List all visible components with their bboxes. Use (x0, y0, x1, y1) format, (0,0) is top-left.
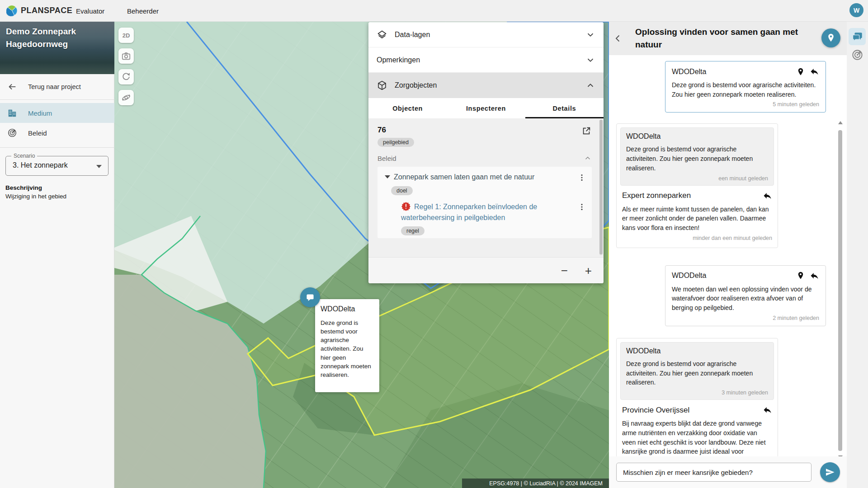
user-avatar[interactable]: W (849, 3, 863, 17)
divider (0, 99, 114, 100)
map-toolbar: 2D (118, 28, 134, 105)
zoom-in-button[interactable]: + (585, 265, 592, 277)
tab-inspecteren[interactable]: Inspecteren (447, 98, 525, 118)
message-list[interactable]: WDODelta Deze grond is bestemd voor agra… (609, 55, 847, 456)
comment-marker[interactable] (300, 287, 320, 307)
nav-evaluator[interactable]: Evaluator (76, 0, 104, 22)
rule-row[interactable]: Regel 1: Zonneparken beïnvloeden de wate… (401, 202, 587, 235)
goal-title: Zonnepark samen laten gaan met de natuur (394, 172, 576, 182)
rule-title: Regel 1: Zonneparken beïnvloeden de wate… (401, 203, 537, 221)
message-author: WDODelta (626, 132, 768, 141)
chat-message-card: WDODelta We moeten dan wel een oplossing… (665, 265, 826, 326)
scenario-label: Scenario (11, 153, 37, 159)
planspace-logo-icon (6, 5, 18, 16)
object-type-chip: peilgebied (377, 138, 414, 147)
panel-footer: − + (368, 257, 604, 283)
rotate-icon (121, 72, 131, 82)
rule-tag-chip: regel (401, 226, 425, 235)
open-in-new-button[interactable] (581, 126, 592, 136)
message-text: Als er meer ruimte komt tussen de panele… (622, 205, 772, 233)
location-pin-icon[interactable] (796, 271, 805, 280)
message-text: Bij navraag experts blijkt dat deze gron… (622, 419, 772, 456)
goals-tool-button[interactable] (851, 49, 863, 61)
location-pin-icon[interactable] (796, 67, 805, 76)
accordion-opmerkingen[interactable]: Opmerkingen (368, 47, 604, 73)
send-icon (825, 467, 835, 477)
reply-icon[interactable] (810, 67, 819, 76)
brand-logo: PLANSPACE (6, 5, 72, 16)
chat-message-input[interactable] (616, 463, 811, 482)
goal-row[interactable]: Zonnepark samen laten gaan met de natuur (384, 172, 587, 183)
accordion-zorgobjecten[interactable]: Zorgobjecten (368, 73, 604, 98)
discussion-header: Oplossing vinden voor samen gaan met nat… (609, 22, 847, 55)
description-label: Beschrijving (5, 184, 42, 191)
goal-tag-chip: doel (391, 186, 413, 195)
open-in-new-icon (581, 126, 591, 136)
app-root: 2D WDODelta Deze grond is bestemd voor a… (0, 0, 868, 488)
sidebar-item-label: Medium (28, 109, 52, 117)
sidebar-item-medium[interactable]: Medium (0, 103, 114, 123)
details-scrollbar[interactable] (599, 120, 603, 255)
top-bar: PLANSPACE Evaluator Beheerder W (0, 0, 868, 22)
chevron-left-icon (613, 33, 623, 44)
popup-text: Deze grond is bestemd voor agrarische ac… (321, 319, 374, 379)
discussion-panel: Oplossing vinden voor samen gaan met nat… (609, 22, 847, 488)
tab-details[interactable]: Details (525, 98, 604, 118)
quoted-message-card: WDODelta Deze grond is bestemd voor agra… (620, 342, 774, 400)
chevron-up-icon (585, 80, 595, 90)
reply-icon[interactable] (763, 405, 772, 415)
chevron-down-icon (96, 165, 102, 168)
reply-icon[interactable] (810, 271, 819, 281)
sidebar-item-beleid[interactable]: Beleid (0, 123, 114, 143)
zoom-out-button[interactable]: − (561, 265, 568, 277)
camera-reset-button[interactable] (118, 48, 134, 64)
send-button[interactable] (820, 462, 840, 482)
orbit-view-button[interactable] (118, 90, 134, 105)
map-2d-label: 2D (123, 32, 130, 39)
back-arrow-icon (7, 82, 17, 92)
right-toolbar-rail (847, 22, 868, 488)
message-author: WDODelta (626, 347, 768, 355)
cube-icon (377, 80, 387, 91)
accordion-data-lagen[interactable]: Data-lagen (368, 22, 604, 47)
rule-menu-button[interactable] (576, 202, 587, 212)
divider (0, 147, 114, 148)
rotate-view-button[interactable] (118, 69, 134, 84)
chat-input-bar (609, 456, 847, 488)
reply-message: Provincie Overijssel Bij navraag experts… (620, 400, 774, 456)
message-text: Deze grond is bestemd voor agrarische ac… (626, 359, 768, 387)
scroll-up-icon[interactable] (838, 121, 843, 124)
add-location-comment-button[interactable] (821, 28, 840, 47)
message-author: Expert zonneparken (622, 191, 763, 200)
map-2d-button[interactable]: 2D (118, 28, 134, 43)
beleid-section-header[interactable]: Beleid (377, 154, 592, 162)
goal-menu-button[interactable] (576, 172, 587, 183)
tab-objecten[interactable]: Objecten (368, 98, 447, 118)
sidebar-item-label: Beleid (28, 129, 47, 137)
chat-scrollbar[interactable] (837, 58, 843, 465)
building-icon (7, 108, 17, 118)
target-icon (851, 49, 863, 61)
message-time: 3 minuten geleden (626, 389, 768, 396)
nav-beheerder[interactable]: Beheerder (127, 0, 159, 22)
expander-icon[interactable] (385, 175, 390, 178)
reply-icon[interactable] (763, 191, 772, 201)
chat-message-card: WDODelta Deze grond is bestemd voor agra… (665, 61, 826, 113)
scenario-select[interactable]: Scenario 3. Het zonnepark (5, 156, 108, 176)
chevron-down-icon (585, 30, 595, 40)
message-time: 5 minuten geleden (672, 101, 819, 108)
chat-thread-group: WDODelta Deze grond is bestemd voor agra… (616, 338, 778, 456)
discussion-tool-button[interactable] (849, 28, 866, 45)
popup-author: WDODelta (321, 305, 374, 313)
project-title: Demo Zonnepark Hagedoornweg (6, 25, 114, 50)
scrollbar-thumb[interactable] (838, 130, 842, 451)
message-author: WDODelta (672, 68, 796, 76)
location-pin-icon (826, 33, 836, 43)
message-time: minder dan een minuut geleden (622, 235, 772, 241)
layers-objects-panel: Data-lagen Opmerkingen Zorgobjecten Obje… (368, 22, 604, 283)
kebab-menu-icon (577, 173, 586, 183)
alert-badge-icon (401, 202, 411, 211)
back-label: Terug naar project (28, 83, 81, 90)
back-to-project-button[interactable]: Terug naar project (0, 79, 114, 95)
collapse-panel-button[interactable] (613, 33, 623, 44)
